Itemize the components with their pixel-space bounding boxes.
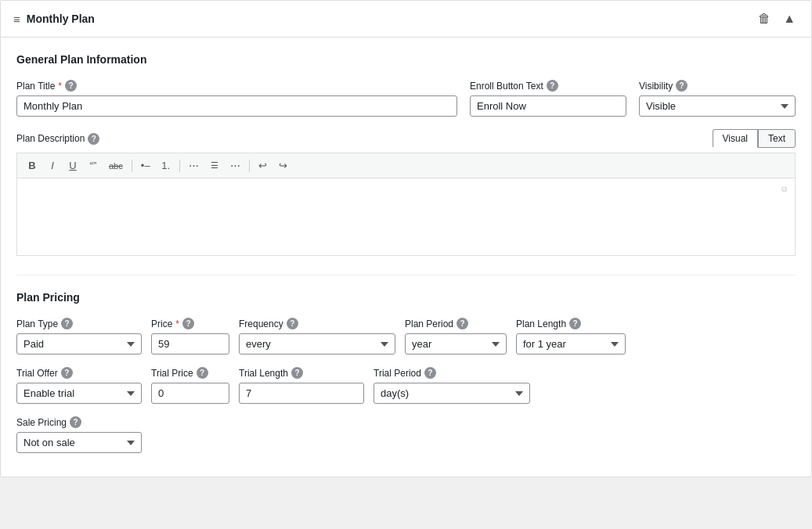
trial-price-help-icon[interactable]: ? <box>197 367 208 379</box>
plan-title-help-icon[interactable]: ? <box>65 80 77 92</box>
sale-pricing-group: Sale Pricing ? Not on sale On sale <box>16 416 142 453</box>
toolbar-sep-2 <box>179 160 180 172</box>
plan-title-label: Plan Title * ? <box>16 80 457 92</box>
trial-offer-group: Trial Offer ? Enable trial Disable trial <box>16 367 142 404</box>
plan-period-select[interactable]: year month week day <box>405 333 507 354</box>
drag-icon: ≡ <box>13 13 20 26</box>
price-group: Price * ? <box>151 318 229 354</box>
plan-type-group: Plan Type ? Paid Free Free Trial <box>16 318 142 354</box>
align-left-button[interactable]: ⋯ <box>185 158 203 173</box>
description-section: Plan Description ? Visual Text B I U “” … <box>16 129 796 256</box>
plan-period-group: Plan Period ? year month week day <box>405 318 507 354</box>
enroll-btn-input[interactable] <box>470 95 626 117</box>
plan-length-help-icon[interactable]: ? <box>569 318 581 329</box>
collapse-icon: ▲ <box>783 12 796 26</box>
price-label: Price * ? <box>151 318 229 329</box>
plan-length-select[interactable]: for 1 year for 2 years for 3 years Ongoi… <box>516 333 626 354</box>
trial-period-help-icon[interactable]: ? <box>424 367 436 379</box>
visual-text-toggle: Visual Text <box>713 129 796 148</box>
trial-price-input[interactable] <box>151 383 229 404</box>
trial-period-select[interactable]: day(s) week(s) month(s) <box>374 383 530 404</box>
frequency-select[interactable]: every every other <box>239 333 395 354</box>
section-divider <box>16 275 796 275</box>
visibility-help-icon[interactable]: ? <box>676 80 687 92</box>
panel-title: Monthly Plan <box>27 13 95 25</box>
price-input[interactable] <box>151 333 229 354</box>
trial-offer-help-icon[interactable]: ? <box>61 367 73 379</box>
enroll-btn-group: Enroll Button Text ? <box>470 80 626 117</box>
sale-row: Sale Pricing ? Not on sale On sale <box>16 416 796 453</box>
ordered-list-button[interactable]: 1. <box>157 158 175 173</box>
delete-icon: 🗑 <box>758 12 770 26</box>
general-fields-row: Plan Title * ? Enroll Button Text ? Visi… <box>16 80 796 117</box>
general-section-title: General Plan Information <box>16 53 796 66</box>
trial-period-label: Trial Period ? <box>374 367 530 379</box>
enroll-btn-label: Enroll Button Text ? <box>470 80 626 92</box>
plan-period-label: Plan Period ? <box>405 318 507 329</box>
plan-type-label: Plan Type ? <box>16 318 142 329</box>
pricing-row-1: Plan Type ? Paid Free Free Trial Price *… <box>16 318 796 354</box>
visual-tab-button[interactable]: Visual <box>713 129 758 148</box>
trial-length-label: Trial Length ? <box>239 367 364 379</box>
trial-length-help-icon[interactable]: ? <box>291 367 303 379</box>
trial-length-group: Trial Length ? <box>239 367 364 404</box>
toolbar-sep-3 <box>249 160 250 172</box>
align-center-button[interactable]: ☰ <box>206 159 223 172</box>
plan-period-help-icon[interactable]: ? <box>457 318 468 329</box>
plan-title-input[interactable] <box>16 95 457 117</box>
sale-pricing-label: Sale Pricing ? <box>16 416 142 428</box>
price-help-icon[interactable]: ? <box>182 318 194 329</box>
frequency-label: Frequency ? <box>239 318 395 329</box>
collapse-panel-button[interactable]: ▲ <box>780 9 799 29</box>
plan-type-help-icon[interactable]: ? <box>61 318 73 329</box>
required-star: * <box>58 81 62 92</box>
trial-offer-label: Trial Offer ? <box>16 367 142 379</box>
plan-title-group: Plan Title * ? <box>16 80 457 117</box>
description-header: Plan Description ? Visual Text <box>16 129 796 148</box>
panel-body: General Plan Information Plan Title * ? … <box>1 38 811 477</box>
unordered-list-button[interactable]: •– <box>137 158 154 173</box>
trial-row: Trial Offer ? Enable trial Disable trial… <box>16 367 796 404</box>
strikethrough-button[interactable]: abc <box>105 160 127 172</box>
trial-price-label: Trial Price ? <box>151 367 229 379</box>
frequency-help-icon[interactable]: ? <box>287 318 298 329</box>
align-right-button[interactable]: ⋯ <box>226 158 244 173</box>
panel-header: ≡ Monthly Plan 🗑 ▲ <box>1 1 811 38</box>
resize-handle: ⧉ <box>23 185 789 195</box>
trial-offer-select[interactable]: Enable trial Disable trial <box>16 383 142 404</box>
description-label: Plan Description ? <box>16 133 99 145</box>
sale-pricing-help-icon[interactable]: ? <box>70 416 81 428</box>
pricing-section-title: Plan Pricing <box>16 291 796 304</box>
plan-length-label: Plan Length ? <box>516 318 626 329</box>
visibility-label: Visibility ? <box>639 80 796 92</box>
blockquote-button[interactable]: “” <box>85 158 102 173</box>
editor-area[interactable]: ⧉ <box>16 178 796 256</box>
bold-button[interactable]: B <box>23 158 41 173</box>
monthly-plan-panel: ≡ Monthly Plan 🗑 ▲ General Plan Informat… <box>0 0 812 477</box>
visibility-group: Visibility ? Visible Hidden <box>639 80 796 117</box>
underline-button[interactable]: U <box>64 158 81 173</box>
visibility-select[interactable]: Visible Hidden <box>639 95 796 117</box>
frequency-group: Frequency ? every every other <box>239 318 395 354</box>
plan-length-group: Plan Length ? for 1 year for 2 years for… <box>516 318 626 354</box>
editor-toolbar: B I U “” abc •– 1. ⋯ ☰ ⋯ ↩ ↪ <box>16 153 796 178</box>
redo-button[interactable]: ↪ <box>275 158 292 173</box>
panel-header-right: 🗑 ▲ <box>755 9 799 29</box>
enroll-btn-help-icon[interactable]: ? <box>547 80 558 92</box>
price-required-star: * <box>175 318 179 329</box>
sale-pricing-select[interactable]: Not on sale On sale <box>16 432 142 453</box>
italic-button[interactable]: I <box>44 158 61 173</box>
undo-button[interactable]: ↩ <box>254 158 272 173</box>
plan-type-select[interactable]: Paid Free Free Trial <box>16 333 142 354</box>
delete-plan-button[interactable]: 🗑 <box>755 9 774 29</box>
trial-length-input[interactable] <box>239 383 364 404</box>
description-help-icon[interactable]: ? <box>88 133 99 145</box>
panel-header-left: ≡ Monthly Plan <box>13 13 95 26</box>
trial-period-group: Trial Period ? day(s) week(s) month(s) <box>374 367 530 404</box>
trial-price-group: Trial Price ? <box>151 367 229 404</box>
toolbar-sep-1 <box>132 160 132 172</box>
text-tab-button[interactable]: Text <box>758 129 796 148</box>
